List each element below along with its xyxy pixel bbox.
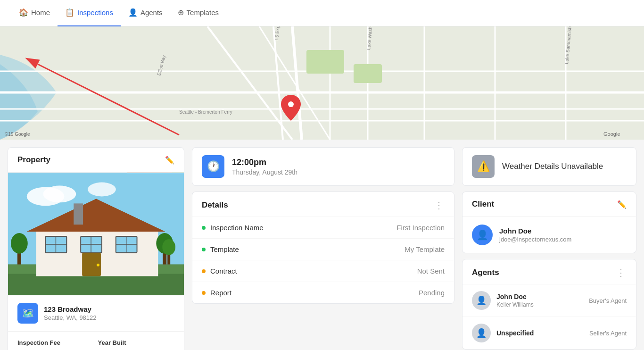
agents-rows: 👤 John Doe Keller Williams Buyer's Agent… [462,284,636,349]
clock-icon: 🕐 [202,155,224,178]
svg-rect-36 [74,203,83,225]
detail-dot-2 [202,269,206,273]
time-card: 🕐 12:00pm Thursday, August 29th [192,147,454,186]
agent-row: 👤 John Doe Keller Williams Buyer's Agent [462,284,636,317]
detail-value-3: Pending [419,289,445,297]
weather-text: Weather Details Unavailable [502,162,603,171]
client-card-header: Client ✏️ [462,192,636,217]
property-card: Property ✏️ [8,147,184,350]
client-name: John Doe [499,227,571,235]
time-date: Thursday, August 29th [232,168,297,176]
agent-left-1: 👤 Unspecified [472,324,534,342]
detail-left-1: Template [202,245,239,253]
detail-label-3: Report [210,289,231,297]
nav-agents-label: Agents [140,8,163,17]
detail-left-0: Inspection Name [202,224,264,232]
detail-left-2: Contract [202,267,237,275]
weather-warning-icon: ⚠️ [472,155,495,178]
middle-column: 🕐 12:00pm Thursday, August 29th Details … [192,147,454,309]
detail-dot-3 [202,291,206,295]
svg-text:Seattle - Bremerton Ferry: Seattle - Bremerton Ferry [179,109,232,115]
svg-rect-14 [306,50,344,74]
detail-dot-0 [202,226,206,230]
inspections-icon: 📋 [65,8,74,17]
property-meta: Inspection Fee Year Built [8,332,184,350]
map-background: Elliott Bay I-5 Express Lake Washington … [0,26,644,140]
meta-fee-label: Inspection Fee [17,339,94,346]
detail-dot-1 [202,248,206,251]
nav-templates-label: Templates [187,8,219,17]
client-card-title: Client [472,200,494,209]
property-edit-icon[interactable]: ✏️ [165,156,174,165]
svg-point-29 [43,186,76,203]
agents-menu-button[interactable]: ⋮ [616,267,627,278]
right-column: ⚠️ Weather Details Unavailable Client ✏️… [462,147,636,350]
agents-card-header: Agents ⋮ [462,259,636,284]
detail-row: Report Pending [192,282,454,303]
svg-rect-0 [0,26,644,140]
templates-icon: ⊕ [178,8,184,17]
nav-home[interactable]: 🏠 Home [11,0,58,26]
agent-name-1: Unspecified [496,329,534,337]
home-icon: 🏠 [19,8,28,17]
property-card-title: Property [17,155,50,165]
agent-left-0: 👤 John Doe Keller Williams [472,291,534,310]
meta-year-label: Year Built [98,339,175,346]
address-street: 123 Broadway [44,305,97,313]
map-icon: 🗺️ [17,303,38,324]
nav-templates[interactable]: ⊕ Templates [170,0,226,26]
property-address-section: 🗺️ 123 Broadway Seattle, WA, 98122 [8,295,184,332]
agents-card: Agents ⋮ 👤 John Doe Keller Williams Buye… [462,259,636,350]
svg-text:Google: Google [603,131,620,137]
detail-left-3: Report [202,289,231,297]
detail-value-1: My Template [405,245,445,253]
agent-row: 👤 Unspecified Seller's Agent [462,317,636,349]
agent-role-1: Seller's Agent [589,330,627,337]
detail-row: Inspection Name First Inspection [192,217,454,238]
client-edit-icon[interactable]: ✏️ [617,200,627,209]
agent-avatar-1: 👤 [472,324,491,342]
details-card-header: Details ⋮ [192,192,454,217]
client-info: 👤 John Doe jdoe@inspectornexus.com [462,217,636,253]
weather-card: ⚠️ Weather Details Unavailable [462,147,636,186]
agents-icon: 👤 [128,8,138,17]
detail-value-2: Not Sent [417,267,445,275]
detail-row: Contract Not Sent [192,260,454,282]
main-content: Property ✏️ [0,140,644,350]
details-card-title: Details [202,200,228,210]
svg-text:©19 Google: ©19 Google [5,132,30,137]
property-card-header: Property ✏️ [8,148,184,173]
detail-label-0: Inspection Name [210,224,264,232]
nav-inspections-label: Inspections [77,8,113,17]
client-avatar: 👤 [472,225,493,245]
detail-value-0: First Inspection [396,224,445,232]
svg-point-30 [88,183,116,197]
detail-label-2: Contract [210,267,237,275]
property-image [8,173,184,295]
map-section: Elliott Bay I-5 Express Lake Washington … [0,26,644,140]
svg-point-22 [288,101,294,107]
nav-agents[interactable]: 👤 Agents [121,0,170,26]
detail-row: Template My Template [192,238,454,260]
svg-rect-15 [354,64,382,83]
client-card: Client ✏️ 👤 John Doe jdoe@inspectornexus… [462,192,636,253]
details-rows: Inspection Name First Inspection Templat… [192,217,454,303]
agents-card-title: Agents [472,268,499,277]
details-menu-button[interactable]: ⋮ [434,200,445,211]
svg-point-47 [97,264,99,267]
svg-point-53 [162,239,175,255]
detail-label-1: Template [210,245,239,253]
details-card: Details ⋮ Inspection Name First Inspecti… [192,192,454,304]
address-city: Seattle, WA, 98122 [44,314,97,321]
nav-inspections[interactable]: 📋 Inspections [58,0,121,26]
agent-name-0: John Doe [496,293,534,300]
client-email: jdoe@inspectornexus.com [499,236,571,243]
agent-role-0: Buyer's Agent [589,297,627,304]
svg-point-49 [11,233,28,254]
agent-avatar-0: 👤 [472,291,491,310]
navbar: 🏠 Home 📋 Inspections 👤 Agents ⊕ Template… [0,0,644,26]
time-value: 12:00pm [232,158,297,167]
agent-company-0: Keller Williams [496,301,534,308]
nav-home-label: Home [31,8,50,17]
